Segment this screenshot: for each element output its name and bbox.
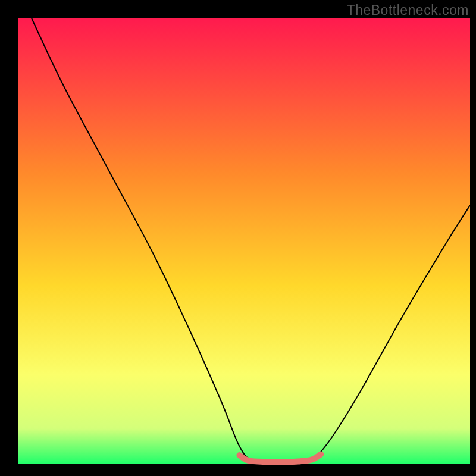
watermark-text: TheBottleneck.com: [347, 2, 469, 18]
chart-canvas: [0, 0, 476, 476]
chart-frame: TheBottleneck.com: [0, 0, 476, 476]
plot-background: [18, 18, 470, 464]
